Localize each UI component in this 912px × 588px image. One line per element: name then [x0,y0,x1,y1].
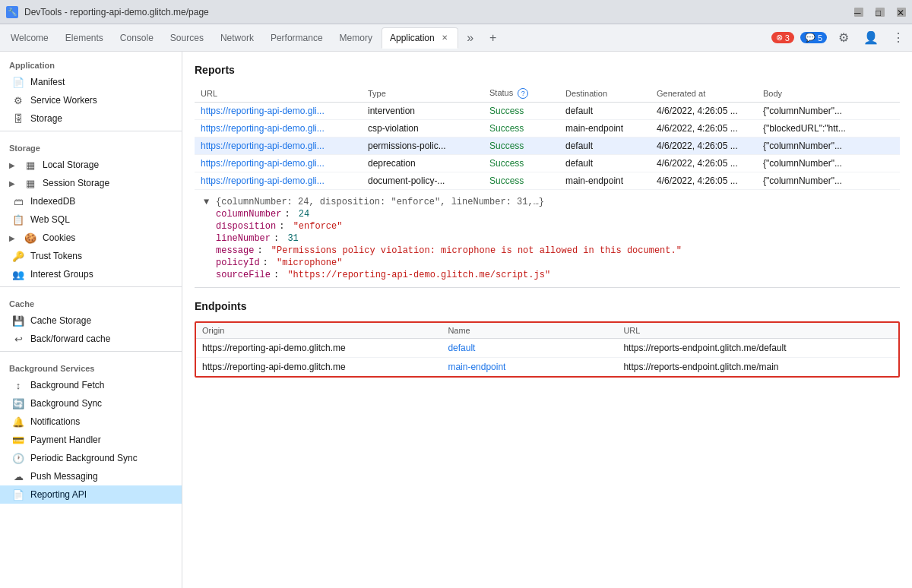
tab-sources[interactable]: Sources [163,27,211,49]
tab-application[interactable]: Application ✕ [382,27,458,49]
tab-performance[interactable]: Performance [263,27,331,49]
json-field-disposition: disposition : "enforce" [216,220,891,232]
sidebar-item-session-storage[interactable]: ▶ ▦ Session Storage [0,174,182,192]
background-fetch-icon: ↕ [12,380,24,391]
interest-groups-icon: 👥 [12,269,24,280]
sidebar-item-notifications[interactable]: 🔔 Notifications [0,413,182,431]
periodic-bg-sync-icon: 🕐 [12,453,24,464]
json-expand-icon[interactable]: ▼ [204,197,213,207]
json-summary-row: ▼ {columnNumber: 24, disposition: "enfor… [204,196,891,208]
json-field-policy-id: policyId : "microphone" [216,257,891,269]
sidebar-item-local-storage[interactable]: ▶ ▦ Local Storage [0,156,182,174]
tab-close-application[interactable]: ✕ [439,33,450,43]
row-url: https://reporting-api-demo.gli... [195,155,362,172]
error-icon: ⊗ [776,33,783,43]
customize-btn[interactable]: 👤 [860,27,882,49]
web-sql-icon: 📋 [12,214,24,226]
sidebar-item-manifest[interactable]: 📄 Manifest [0,73,182,91]
col-header-body: Body [757,85,900,103]
close-btn[interactable]: ✕ [897,8,906,17]
sidebar-item-background-fetch[interactable]: ↕ Background Fetch [0,376,182,394]
table-row[interactable]: https://reporting-api-demo.gli... deprec… [195,155,900,172]
back-forward-cache-icon: ↩ [12,334,24,345]
sidebar-item-cookies[interactable]: ▶ 🍪 Cookies [0,229,182,247]
row-url: https://reporting-api-demo.gli... [195,138,362,155]
tab-console[interactable]: Console [112,27,161,49]
tab-network[interactable]: Network [213,27,261,49]
sidebar-item-back-forward-cache[interactable]: ↩ Back/forward cache [0,330,182,348]
sidebar-item-indexeddb[interactable]: 🗃 IndexedDB [0,192,182,210]
sidebar-item-reporting-api[interactable]: 📄 Reporting API [0,485,182,504]
endpoints-box: Origin Name URL https://reporting-api-de… [195,321,900,378]
payment-handler-icon: 💳 [12,435,24,446]
tab-elements[interactable]: Elements [58,27,111,49]
status-help-icon[interactable]: ? [518,88,528,99]
row-status: Success [483,138,559,155]
json-summary-text: {columnNumber: 24, disposition: "enforce… [216,197,544,207]
error-badge[interactable]: ⊗ 3 [771,32,794,43]
tab-welcome[interactable]: Welcome [3,27,56,49]
session-storage-icon: ▦ [24,178,36,189]
sidebar-item-storage-app[interactable]: 🗄 Storage [0,109,182,128]
endpoint-row[interactable]: https://reporting-api-demo.glitch.me def… [196,339,898,358]
sidebar-item-web-sql-label: Web SQL [30,214,70,225]
row-generated: 4/6/2022, 4:26:05 ... [651,120,757,138]
notifications-icon: 🔔 [12,416,24,428]
sidebar-item-periodic-bg-sync[interactable]: 🕐 Periodic Background Sync [0,449,182,467]
tab-memory[interactable]: Memory [332,27,380,49]
sidebar-item-background-fetch-label: Background Fetch [30,380,104,390]
table-row[interactable]: https://reporting-api-demo.gli... interv… [195,103,900,120]
sidebar-item-payment-handler-label: Payment Handler [30,435,101,445]
indexeddb-icon: 🗃 [12,196,24,207]
more-tabs-btn[interactable]: » [460,27,481,49]
minimize-btn[interactable]: ─ [854,8,863,17]
sidebar-item-service-workers[interactable]: ⚙ Service Workers [0,91,182,109]
table-row[interactable]: https://reporting-api-demo.gli... docume… [195,172,900,190]
row-generated: 4/6/2022, 4:26:05 ... [651,172,757,190]
push-messaging-icon: ☁ [12,471,24,482]
settings-btn[interactable]: ⚙ [833,27,854,49]
col-header-endpoint-url: URL [617,323,898,339]
row-destination: default [559,155,651,172]
endpoint-row[interactable]: https://reporting-api-demo.glitch.me mai… [196,358,898,377]
sidebar-item-cookies-label: Cookies [43,232,75,243]
sidebar-item-local-storage-label: Local Storage [43,160,99,170]
sidebar-item-push-messaging[interactable]: ☁ Push Messaging [0,467,182,485]
sidebar-item-interest-groups[interactable]: 👥 Interest Groups [0,265,182,283]
row-body: {"columnNumber"... [757,155,900,172]
more-options-btn[interactable]: ⋮ [888,27,909,49]
row-body: {"blockedURL":"htt... [757,120,900,138]
sidebar-item-cache-storage-label: Cache Storage [30,315,91,326]
col-header-name: Name [442,323,617,339]
row-url: https://reporting-api-demo.gli... [195,120,362,138]
sidebar-item-background-sync[interactable]: 🔄 Background Sync [0,394,182,413]
endpoints-table: Origin Name URL https://reporting-api-de… [196,323,898,376]
expand-cookies-icon: ▶ [9,234,18,242]
sidebar-item-trust-tokens[interactable]: 🔑 Trust Tokens [0,247,182,265]
sidebar-item-web-sql[interactable]: 📋 Web SQL [0,210,182,229]
info-icon: 💬 [805,33,815,43]
sidebar-item-cache-storage[interactable]: 💾 Cache Storage [0,311,182,330]
sidebar-item-reporting-api-label: Reporting API [30,489,87,500]
sidebar-section-application: Application [0,52,182,73]
storage-app-icon: 🗄 [12,113,24,125]
endpoint-origin: https://reporting-api-demo.glitch.me [196,339,442,358]
row-status: Success [483,172,559,190]
sidebar-item-payment-handler[interactable]: 💳 Payment Handler [0,431,182,449]
sidebar-item-service-workers-label: Service Workers [30,95,97,106]
reports-title: Reports [195,64,900,76]
sidebar-section-bg-services: Background Services [0,355,182,376]
col-header-destination: Destination [559,85,651,103]
table-row[interactable]: https://reporting-api-demo.gli... csp-vi… [195,120,900,138]
row-destination: main-endpoint [559,172,651,190]
row-generated: 4/6/2022, 4:26:05 ... [651,138,757,155]
maximize-btn[interactable]: □ [876,8,885,17]
col-header-type: Type [362,85,483,103]
new-tab-btn[interactable]: + [483,27,504,49]
info-badge[interactable]: 💬 5 [800,32,827,43]
endpoint-origin: https://reporting-api-demo.glitch.me [196,358,442,377]
sidebar-section-storage: Storage [0,134,182,156]
row-type: deprecation [362,155,483,172]
cache-storage-icon: 💾 [12,315,24,327]
table-row-selected[interactable]: https://reporting-api-demo.gli... permis… [195,138,900,155]
